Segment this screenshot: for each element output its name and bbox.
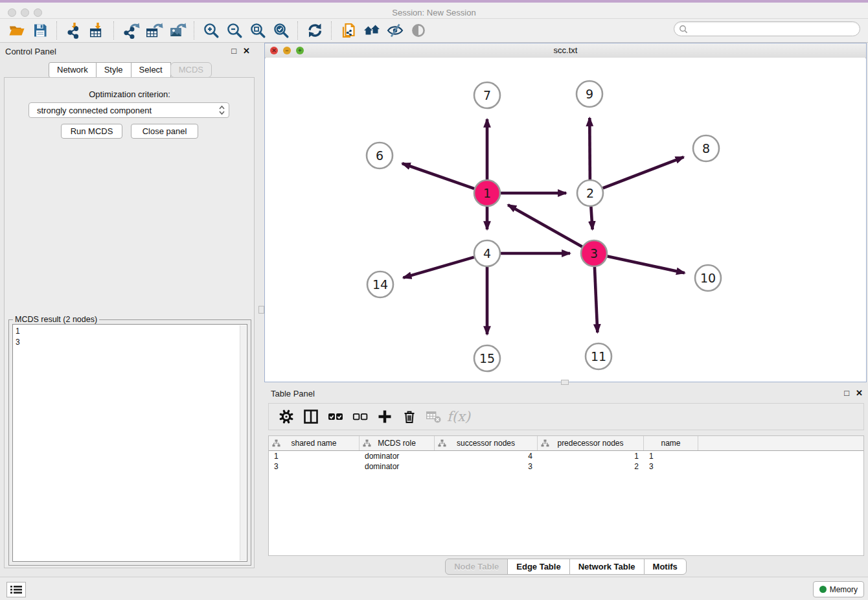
graph-node-15[interactable]: 15 — [474, 345, 500, 371]
home-button[interactable] — [360, 20, 383, 41]
table-cell[interactable]: 3 — [644, 461, 698, 472]
zoom-in-button[interactable] — [200, 20, 223, 41]
select-all-rows-button[interactable] — [325, 406, 347, 428]
column-header-predecessor-nodes[interactable]: predecessor nodes — [538, 436, 644, 450]
graph-node-14[interactable]: 14 — [367, 271, 393, 297]
export-table-button[interactable] — [143, 20, 166, 41]
hide-selected-button[interactable] — [383, 20, 407, 41]
split-columns-button[interactable] — [300, 406, 322, 428]
graph-node-3[interactable]: 3 — [581, 240, 607, 266]
deselect-all-rows-button[interactable] — [349, 406, 371, 428]
graph-node-label: 8 — [702, 141, 710, 156]
task-history-button[interactable] — [6, 582, 26, 597]
node-table-body: 1dominator4113dominator323 — [269, 451, 863, 472]
tab-style[interactable]: Style — [96, 62, 131, 78]
graph-node-11[interactable]: 11 — [586, 343, 611, 369]
close-window-button[interactable] — [8, 8, 16, 17]
graph-node-1[interactable]: 1 — [474, 180, 500, 206]
network-maximize-button[interactable]: + — [296, 47, 304, 54]
network-from-file-icon — [340, 22, 358, 40]
graph-node-2[interactable]: 2 — [577, 180, 603, 206]
graph-node-7[interactable]: 7 — [474, 82, 500, 108]
export-network-button[interactable] — [119, 20, 143, 41]
graph-node-10[interactable]: 10 — [695, 265, 721, 291]
network-minimize-button[interactable]: − — [283, 47, 291, 54]
network-canvas[interactable]: 1234678910111415 — [266, 58, 865, 381]
column-header-MCDS-role[interactable]: MCDS role — [360, 436, 435, 450]
import-network-button[interactable] — [62, 20, 86, 41]
tab-select[interactable]: Select — [131, 62, 171, 78]
titlebar[interactable]: Session: New Session — [0, 3, 868, 19]
delete-column-icon — [402, 409, 417, 424]
open-session-button[interactable] — [5, 20, 29, 41]
graph-node-4[interactable]: 4 — [474, 240, 500, 266]
search-box[interactable] — [674, 21, 860, 36]
zoom-fit-button[interactable] — [246, 20, 269, 41]
table-cell[interactable]: 1 — [538, 451, 644, 461]
result-scrollbar[interactable] — [240, 325, 246, 560]
graph-edge-1-6[interactable] — [402, 163, 474, 189]
table-cell[interactable]: 1 — [269, 451, 360, 461]
graph-edge-2-3[interactable] — [591, 207, 592, 229]
table-cell[interactable]: 3 — [435, 461, 538, 472]
node-table[interactable]: shared nameMCDS rolesuccessor nodesprede… — [268, 435, 864, 556]
graph-node-9[interactable]: 9 — [577, 81, 602, 107]
show-hidden-button[interactable] — [407, 20, 430, 41]
graph-edge-3-11[interactable] — [595, 267, 597, 332]
column-header-successor-nodes[interactable]: successor nodes — [435, 436, 538, 450]
graph-edge-3-10[interactable] — [608, 256, 685, 273]
column-header-name[interactable]: name — [644, 436, 698, 450]
mcds-result-textarea[interactable]: 1 3 — [12, 324, 247, 562]
delete-column-button[interactable] — [398, 406, 420, 428]
close-table-panel-icon[interactable]: ✕ — [856, 389, 863, 398]
minimize-window-button[interactable] — [21, 8, 29, 17]
column-header-shared-name[interactable]: shared name — [269, 436, 360, 450]
tab-motifs[interactable]: Motifs — [644, 559, 687, 575]
export-image-button[interactable] — [166, 20, 189, 41]
table-cell[interactable]: 1 — [644, 451, 698, 461]
float-table-panel-icon[interactable]: □ — [844, 389, 849, 398]
run-mcds-button[interactable]: Run MCDS — [61, 124, 122, 139]
tab-network[interactable]: Network — [49, 62, 97, 78]
close-panel-button[interactable]: Close panel — [131, 124, 198, 139]
graph-edge-4-14[interactable] — [404, 257, 474, 278]
zoom-out-button[interactable] — [223, 20, 246, 41]
network-from-file-button[interactable] — [337, 20, 360, 41]
tab-edge-table[interactable]: Edge Table — [507, 559, 569, 575]
memory-button[interactable]: Memory — [813, 581, 864, 597]
search-input[interactable] — [688, 23, 860, 36]
table-cell[interactable]: dominator — [360, 451, 435, 461]
memory-label: Memory — [830, 585, 858, 594]
criterion-dropdown[interactable]: strongly connected component — [29, 102, 229, 118]
export-table-icon — [146, 22, 163, 40]
graph-edge-2-8[interactable] — [603, 157, 684, 188]
table-settings-icon — [279, 409, 294, 424]
vertical-splitter-grip[interactable] — [258, 306, 264, 314]
table-row[interactable]: 1dominator411 — [269, 451, 863, 461]
table-settings-button[interactable] — [275, 406, 297, 428]
table-cell[interactable]: 2 — [538, 461, 644, 472]
network-close-button[interactable]: ✕ — [270, 47, 278, 54]
tab-node-table[interactable]: Node Table — [445, 559, 508, 575]
horizontal-splitter-grip[interactable] — [561, 380, 569, 385]
tab-network-table[interactable]: Network Table — [569, 559, 645, 575]
network-window-titlebar[interactable]: scc.txt ✕ − + — [265, 43, 866, 58]
import-table-button[interactable] — [86, 20, 109, 41]
table-cell[interactable]: dominator — [360, 461, 435, 472]
zoom-window-button[interactable] — [34, 8, 42, 17]
table-cell[interactable]: 3 — [269, 461, 360, 472]
close-panel-icon[interactable]: ✕ — [243, 47, 250, 56]
save-session-button[interactable] — [29, 20, 52, 41]
zoom-selected-button[interactable] — [269, 20, 293, 41]
graph-node-6[interactable]: 6 — [367, 143, 393, 168]
table-cell[interactable]: 4 — [435, 451, 538, 461]
toolbar-separator — [113, 21, 115, 40]
tab-mcds[interactable]: MCDS — [170, 62, 212, 78]
float-panel-icon[interactable]: □ — [231, 47, 236, 56]
refresh-button[interactable] — [303, 20, 326, 41]
graph-edge-3-1[interactable] — [508, 205, 582, 247]
table-row[interactable]: 3dominator323 — [269, 461, 863, 472]
graph-node-8[interactable]: 8 — [693, 135, 719, 161]
graph-edge-2-9[interactable] — [589, 118, 590, 179]
add-column-button[interactable] — [374, 406, 396, 428]
